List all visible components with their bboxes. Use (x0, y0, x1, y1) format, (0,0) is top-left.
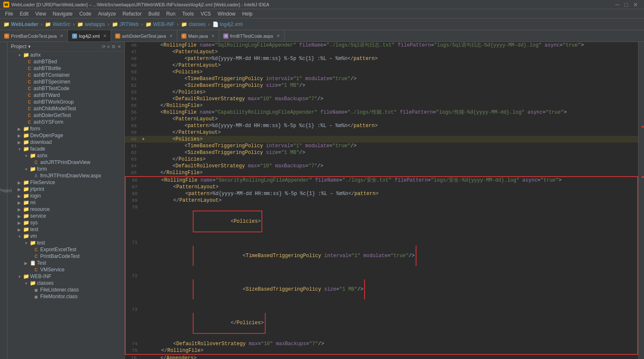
tab-label-log4j2: log4j2.xml (79, 34, 100, 39)
menu-vcs[interactable]: VCS (197, 10, 215, 18)
tree-item-ashtbtestcode[interactable]: C ashBTTestCode (8, 85, 124, 92)
menu-file[interactable]: File (2, 10, 16, 18)
line-num-68: 68 (126, 190, 141, 197)
line-num-56: 56 (125, 109, 140, 116)
tree-item-ashtbbed[interactable]: C ashBTBed (8, 58, 124, 65)
tab-close-printbarcode[interactable]: ✕ (60, 34, 63, 38)
menu-refactor[interactable]: Refactor (119, 10, 145, 18)
breadcrumb-webinf[interactable]: 📁 WEB-INF (145, 21, 174, 27)
close-btn[interactable]: ✕ (633, 1, 638, 8)
tree-item-sys[interactable]: ▶ 📁 sys (8, 219, 124, 226)
sidebar-action-sync[interactable]: ⟳ (102, 44, 106, 49)
tab-frmbt[interactable]: A frmBTTestCode.aspx ✕ (219, 30, 284, 42)
tree-item-filelistener[interactable]: ◼ FileListener.class (8, 286, 124, 293)
tree-item-service[interactable]: ▶ 📁 service (8, 213, 124, 219)
file-icon-ashtbbed: C (26, 59, 33, 65)
tree-item-test-class[interactable]: ▶ 📋 Test (8, 260, 124, 266)
code-line-54: 54 <DefaultRolloverStrategy max="10" max… (125, 96, 638, 102)
tree-item-ashtbspecimen[interactable]: C ashBTSpecimen (8, 78, 124, 85)
tree-item-facade-ashx[interactable]: ▾ 📁 ashx (8, 152, 124, 159)
folder-icon-ashx: 📁 (23, 52, 29, 58)
code-area[interactable]: 46 <RollingFile name="SqlRollingLogFileA… (125, 42, 638, 359)
menu-window[interactable]: Window (214, 10, 239, 18)
structure-panel: 1: Project (0, 42, 8, 359)
tree-item-frmjrtprintdrawview[interactable]: A frmJRTPrintDrawView.aspx (8, 172, 124, 179)
tree-item-webinf[interactable]: ▾ 📁 WEB-INF (8, 273, 124, 280)
breadcrumb-webapps[interactable]: 📁 webapps (77, 21, 105, 27)
tab-printbarcode[interactable]: C PrintBarCodeTest.java ✕ (0, 30, 68, 42)
tree-item-vmservice[interactable]: C VMService (8, 266, 124, 273)
maximize-btn[interactable]: □ (625, 1, 628, 8)
tree-item-exportexceltest[interactable]: C ExportExcelTest (8, 246, 124, 253)
tree-item-facade-form[interactable]: ▾ 📁 form (8, 166, 124, 172)
tree-item-jrtprint[interactable]: ▶ 📁 jrtprint (8, 186, 124, 193)
gutter-46 (140, 42, 147, 49)
line-num-48: 48 (125, 55, 140, 62)
tree-item-download[interactable]: ▶ 📁 download (8, 139, 124, 146)
code-line-49: 49 </PatternLayout> (125, 62, 638, 69)
tree-item-resource[interactable]: ▶ 📁 resource (8, 206, 124, 213)
tree-item-printbarcodetest[interactable]: C PrintBarCodeTest (8, 253, 124, 260)
tree-toggle-download: ▶ (16, 140, 23, 145)
tree-item-ashtbworkgroup[interactable]: C ashBTWorkGroup (8, 99, 124, 105)
menu-analyze[interactable]: Analyze (95, 10, 119, 18)
tab-main[interactable]: C Main.java ✕ (177, 30, 219, 42)
gutter-62 (140, 149, 147, 156)
tree-item-ashx-folder[interactable]: ▾ 📁 ashx (8, 52, 124, 58)
tab-close-log4j2[interactable]: ✕ (103, 34, 106, 38)
tree-item-fileservice[interactable]: ▶ 📁 FileService (8, 179, 124, 186)
code-line-59: 59 </PatternLayout> (125, 129, 638, 136)
tree-item-mi[interactable]: ▶ 📁 mi (8, 199, 124, 206)
tree-item-ashsysform[interactable]: C ashSYSForm (8, 119, 124, 125)
tree-item-ashtbbottle[interactable]: C ashBTBottle (8, 65, 124, 72)
code-line-69: 69 </PatternLayout> (125, 197, 638, 204)
tree-item-ashchildmodeltest[interactable]: C ashChildModelTest (8, 105, 124, 112)
menu-help[interactable]: Help (239, 10, 256, 18)
code-content-59: </PatternLayout> (147, 129, 638, 136)
breadcrumb-jrtweb[interactable]: 📁 JRTWeb (112, 21, 139, 27)
tab-ashdoler[interactable]: C ashDolerGetTest.java ✕ (111, 30, 177, 42)
menu-build[interactable]: Build (145, 10, 163, 18)
tree-item-login[interactable]: ▶ 📁 login (8, 193, 124, 199)
tree-item-vm-test[interactable]: ▾ 📁 test (8, 239, 124, 246)
tree-item-classes[interactable]: ▾ 📁 classes (8, 280, 124, 286)
tab-close-ashdoler[interactable]: ✕ (169, 34, 173, 38)
folder-icon-download: 📁 (23, 139, 29, 145)
gutter-50 (140, 69, 147, 75)
line-num-50: 50 (125, 69, 140, 75)
sidebar-action-collapse[interactable]: ≡ (107, 44, 110, 49)
tree-item-ashdolergettest[interactable]: C ashDolerGetTest (8, 112, 124, 119)
code-content-63: </Policies> (147, 156, 638, 163)
tree-item-vm[interactable]: ▾ 📁 vm (8, 233, 124, 239)
tree-item-ashtbward[interactable]: C ashBTWard (8, 92, 124, 99)
breadcrumb-websrc[interactable]: 📁 WebSrc (45, 21, 70, 27)
structure-label[interactable]: 1: Project (0, 188, 12, 193)
gutter-57 (140, 116, 147, 122)
breadcrumb-classes[interactable]: 📁 classes (181, 21, 205, 27)
minimize-btn[interactable]: ─ (616, 1, 620, 8)
tree-item-facade[interactable]: ▾ 📁 facade (8, 146, 124, 152)
menu-navigate[interactable]: Navigate (49, 10, 76, 18)
tree-item-filemonitor[interactable]: ◼ FileMonitor.class (8, 293, 124, 300)
tree-item-ashtbcontainer[interactable]: C ashBTContainer (8, 72, 124, 78)
menu-run[interactable]: Run (163, 10, 179, 18)
code-content-51: <TimeBasedTriggeringPolicy interval="1" … (147, 75, 638, 82)
tree-item-ashjrtprintdrawview[interactable]: C ashJRTPrintDrawView (8, 159, 124, 166)
menu-tools[interactable]: Tools (179, 10, 197, 18)
tree-toggle-classes: ▾ (23, 281, 29, 286)
tree-item-test[interactable]: ▶ 📁 test (8, 226, 124, 233)
tree-label-ashx: ashx (29, 52, 41, 58)
tree-item-form-folder[interactable]: ▶ 📁 form (8, 125, 124, 132)
tab-close-frmbt[interactable]: ✕ (277, 34, 280, 38)
breadcrumb-file[interactable]: 📄 log4j2.xml (212, 21, 243, 27)
sidebar-action-settings[interactable]: ⚙ (111, 44, 116, 49)
tree-label-facade: facade (29, 146, 45, 152)
menu-view[interactable]: View (32, 10, 49, 18)
tree-item-devopenpage[interactable]: ▶ 📁 DevOpenPage (8, 132, 124, 139)
tab-log4j2[interactable]: X log4j2.xml ✕ (68, 30, 111, 42)
menu-code[interactable]: Code (76, 10, 95, 18)
menu-edit[interactable]: Edit (16, 10, 32, 18)
code-line-75: 75 </RollingFile> (125, 347, 638, 355)
tab-close-main[interactable]: ✕ (211, 34, 215, 38)
sidebar-action-close[interactable]: ✕ (117, 44, 121, 49)
